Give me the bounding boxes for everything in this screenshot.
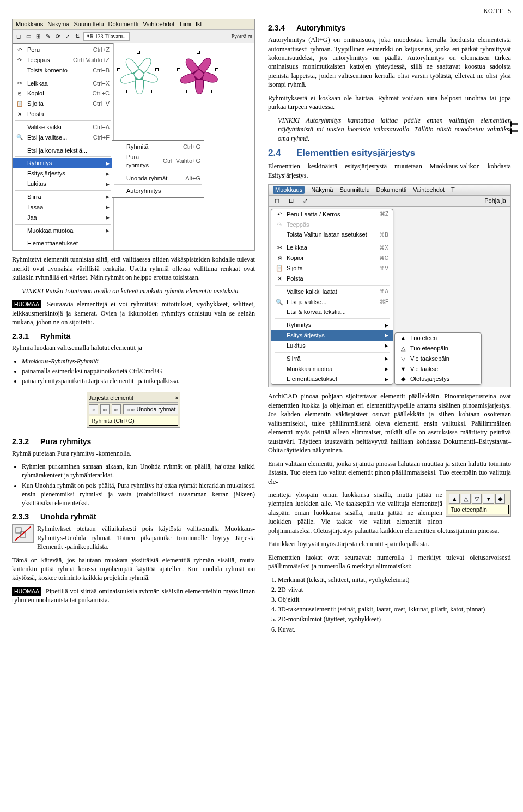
menubar-item[interactable]: Vaihtoehdot <box>143 20 174 28</box>
menu-item[interactable]: ⎘KopioiCtrl+C <box>13 88 113 99</box>
submenu-item-label: Vie taaksepäin <box>410 355 477 363</box>
menu-item[interactable]: 📋SijoitaCtrl+V <box>13 99 113 109</box>
menu-item[interactable]: Pura ryhmitysCtrl+Vaihto+G <box>112 152 204 171</box>
menu-item[interactable]: Muokkaa muotoa▶ <box>13 226 113 236</box>
order-btn-front[interactable]: ▲ <box>449 494 460 504</box>
toolbar-icon[interactable]: ⤢ <box>301 197 309 205</box>
menu-item-label: Peru Laatta / Kerros <box>287 210 376 219</box>
menu-item[interactable]: Elementtiasetukset▶ <box>271 374 393 384</box>
palette-btn[interactable]: ⎄ <box>112 404 121 414</box>
menu-item[interactable]: Tasaa▶ <box>13 202 113 213</box>
menu-item[interactable]: Jaa▶ <box>13 213 113 223</box>
menubar-item[interactable]: Suunnittelu <box>339 186 369 194</box>
submenu-item[interactable]: ◆Oletusjärjestys <box>395 374 481 384</box>
palette-btn[interactable]: ⎄ <box>100 404 110 414</box>
submenu-item[interactable]: ▼Vie taakse <box>395 364 481 374</box>
para-ryhmitetyt: Ryhmitetyt elementit tunnistaa siitä, et… <box>12 255 255 282</box>
toolbar-icon[interactable]: ⊞ <box>287 197 295 205</box>
toolbar-icon[interactable]: ⟳ <box>54 33 62 40</box>
menubar-item[interactable]: Tiimi <box>179 20 191 28</box>
menu-item[interactable]: Siirrä▶ <box>271 354 393 364</box>
menu-item[interactable]: ✂Leikkaa⌘X <box>271 243 393 253</box>
toolbar-icon[interactable]: ✎ <box>44 33 52 40</box>
menu-item[interactable]: Esitysjärjestys▶ <box>13 168 113 179</box>
submenu-item[interactable]: △Tuo eteenpäin <box>395 343 481 354</box>
menubar-item[interactable]: Dokumentti <box>108 20 139 28</box>
toolbar-icon[interactable]: ◻ <box>273 197 281 205</box>
menu-item[interactable]: Toista komentoCtrl+B <box>13 65 113 76</box>
menu-separator <box>15 77 111 77</box>
win-toolbar: ◻ ▭ ⊞ ✎ ⟳ ⤢ ⇅ AR 133 Tilavaru... Pyöreä … <box>13 30 254 43</box>
toolbar-icon[interactable]: ⤢ <box>64 33 71 40</box>
close-icon[interactable]: × <box>175 394 178 402</box>
menu-item[interactable]: Ryhmitys▶ <box>271 320 393 330</box>
menu-item[interactable]: Etsi & korvaa tekstiä... <box>271 307 393 317</box>
menu-item[interactable]: Autoryhmitys <box>112 186 204 196</box>
menu-item[interactable]: 🔍Etsi ja valitse...⌘F <box>271 297 393 307</box>
order-btn-back[interactable]: ▼ <box>483 494 494 504</box>
menu-item-icon <box>15 214 24 221</box>
menu-item[interactable]: RyhmitäCtrl+G <box>112 142 204 152</box>
menubar-item[interactable]: Näkymä <box>47 20 69 28</box>
toolbar-icon[interactable]: ▭ <box>25 33 32 40</box>
submenu-arrow-icon: ▶ <box>385 342 388 349</box>
menubar-item[interactable]: Vaihtoehdot <box>413 186 445 194</box>
menu-item-icon <box>15 170 24 178</box>
list-item: Ryhmien purkaminen samaan aikaan, kun Un… <box>22 462 255 480</box>
menu-item-accel: ⌘F <box>380 298 388 306</box>
toolbar-icon[interactable]: ⊞ <box>34 33 42 40</box>
menu-item[interactable]: Valitse kaikkiCtrl+A <box>13 122 113 132</box>
menu-item[interactable]: Muokkaa muotoa▶ <box>271 364 393 374</box>
heading-231: 2.3.1Ryhmitä <box>12 331 255 342</box>
menu-item[interactable]: Ryhmitys▶ <box>13 158 113 168</box>
menu-item[interactable]: Elementtiasetukset <box>13 238 113 249</box>
menubar-item[interactable]: Muokkaus <box>273 186 305 194</box>
menu-item[interactable]: Siirrä▶ <box>13 192 113 202</box>
menu-item[interactable]: 🔍Etsi ja valitse...Ctrl+F <box>13 132 113 143</box>
menu-item[interactable]: 📋Sijoita⌘V <box>271 263 393 274</box>
menu-item-icon: ✂ <box>15 80 24 87</box>
toolbar-chip[interactable]: AR 133 Tilavaru... <box>83 32 130 41</box>
menu-item-label: Teeppäs <box>287 221 388 229</box>
menu-item[interactable]: Toista Valitun laatan asetukset⌘B <box>271 229 393 240</box>
submenu-arrow-icon: ▶ <box>385 332 388 338</box>
submenu-item[interactable]: ▲Tuo eteen <box>395 333 481 343</box>
menubar-item[interactable]: T <box>451 186 455 194</box>
menu-item[interactable]: ↶Peru Laatta / Kerros⌘Z <box>271 209 393 220</box>
menubar-item[interactable]: Dokumentti <box>376 186 407 194</box>
menu-item-accel: ⌘C <box>379 254 388 262</box>
order-btn-forward[interactable]: △ <box>461 494 471 504</box>
menu-item-accel: Ctrl+Vaihto+Z <box>73 56 110 64</box>
menubar-item[interactable]: Suunnittelu <box>74 20 104 28</box>
list-item: painamalla esimerkiksi näppäinoikotietä … <box>22 367 255 375</box>
submenu-item[interactable]: ▽Vie taaksepäin <box>395 354 481 364</box>
menu-item[interactable]: ⎘Kopioi⌘C <box>271 253 393 263</box>
toolbar-icon[interactable]: ⇅ <box>74 33 81 40</box>
menu-item[interactable]: Etsi ja korvaa tekstiä... <box>13 146 113 156</box>
menu-item[interactable]: Valitse kaikki laatat⌘A <box>271 287 393 297</box>
menu-item[interactable]: ↷Teeppäs <box>271 220 393 230</box>
menu-separator <box>275 352 390 353</box>
order-btn-default[interactable]: ◆ <box>495 494 505 504</box>
palette-btn[interactable]: ⎄ ⎄ Unohda ryhmät <box>123 404 179 414</box>
menu-item[interactable]: Lukitus▶ <box>271 341 393 351</box>
menu-item[interactable]: Unohda ryhmätAlt+G <box>112 173 204 184</box>
menu-item[interactable]: Lukitus▶ <box>13 179 113 189</box>
order-btn-backward[interactable]: ▽ <box>472 494 482 504</box>
menu-item[interactable]: ✕Poista <box>271 274 393 284</box>
submenu-arrow-icon: ▶ <box>106 204 110 210</box>
menubar-item[interactable]: Ikl <box>196 20 202 28</box>
menu-item[interactable]: ✂LeikkaaCtrl+X <box>13 78 113 89</box>
menu-item[interactable]: ↷TeeppäsCtrl+Vaihto+Z <box>13 55 113 65</box>
submenu-arrow-icon: ▶ <box>106 227 110 234</box>
menu-item[interactable]: Esitysjärjestys▶ <box>271 330 393 341</box>
menubar-item[interactable]: Muokkaus <box>16 20 43 28</box>
menu-item[interactable]: ↶PeruCtrl+Z <box>13 45 113 55</box>
palette-btn[interactable]: ⎄ <box>89 404 98 414</box>
toolbar-icon[interactable]: ◻ <box>15 33 22 40</box>
mac-context-menu: ↶Peru Laatta / Kerros⌘Z↷TeeppäsToista Va… <box>271 209 393 385</box>
menu-item[interactable]: ✕Poista <box>13 109 113 119</box>
menubar-item[interactable]: Näkymä <box>311 186 333 194</box>
menu-item-label: Lukitus <box>27 180 99 188</box>
menu-item-label: Pura ryhmitys <box>126 153 160 169</box>
